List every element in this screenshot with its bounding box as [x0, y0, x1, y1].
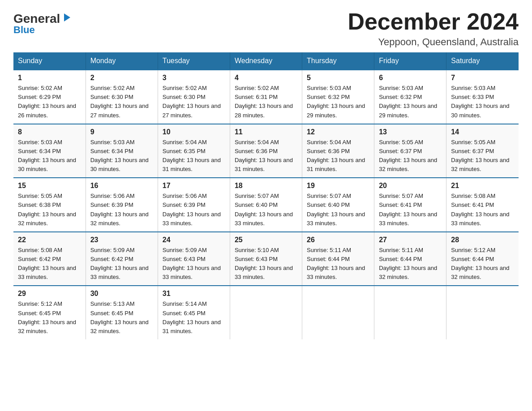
calendar-cell: 28 Sunrise: 5:12 AMSunset: 6:44 PMDaylig…	[446, 232, 519, 286]
logo-text-blue: Blue	[13, 24, 35, 36]
day-info: Sunrise: 5:02 AMSunset: 6:30 PMDaylight:…	[90, 85, 149, 118]
page-subtitle: Yeppoon, Queensland, Australia	[348, 36, 519, 48]
col-monday: Monday	[86, 52, 158, 70]
day-number: 4	[235, 74, 297, 82]
day-info: Sunrise: 5:11 AMSunset: 6:44 PMDaylight:…	[379, 247, 437, 280]
calendar-header-row: Sunday Monday Tuesday Wednesday Thursday…	[13, 52, 519, 70]
day-info: Sunrise: 5:02 AMSunset: 6:30 PMDaylight:…	[163, 85, 221, 118]
day-number: 1	[18, 74, 81, 82]
calendar-cell: 25 Sunrise: 5:10 AMSunset: 6:43 PMDaylig…	[230, 232, 302, 286]
day-info: Sunrise: 5:05 AMSunset: 6:38 PMDaylight:…	[18, 193, 76, 226]
calendar-cell: 22 Sunrise: 5:08 AMSunset: 6:42 PMDaylig…	[13, 232, 86, 286]
svg-marker-0	[64, 13, 70, 21]
day-number: 6	[379, 74, 442, 82]
calendar-cell: 8 Sunrise: 5:03 AMSunset: 6:34 PMDayligh…	[13, 124, 86, 178]
day-number: 31	[163, 290, 225, 298]
calendar-cell: 23 Sunrise: 5:09 AMSunset: 6:42 PMDaylig…	[86, 232, 158, 286]
calendar-cell: 29 Sunrise: 5:12 AMSunset: 6:45 PMDaylig…	[13, 286, 86, 339]
calendar-cell: 15 Sunrise: 5:05 AMSunset: 6:38 PMDaylig…	[13, 178, 86, 232]
day-number: 10	[163, 128, 225, 136]
calendar-cell: 11 Sunrise: 5:04 AMSunset: 6:36 PMDaylig…	[230, 124, 302, 178]
calendar-cell: 17 Sunrise: 5:06 AMSunset: 6:39 PMDaylig…	[158, 178, 230, 232]
col-sunday: Sunday	[13, 52, 86, 70]
day-info: Sunrise: 5:06 AMSunset: 6:39 PMDaylight:…	[163, 193, 221, 226]
calendar-cell: 18 Sunrise: 5:07 AMSunset: 6:40 PMDaylig…	[230, 178, 302, 232]
day-info: Sunrise: 5:03 AMSunset: 6:34 PMDaylight:…	[90, 139, 149, 172]
day-number: 22	[18, 236, 81, 244]
day-info: Sunrise: 5:07 AMSunset: 6:40 PMDaylight:…	[235, 193, 293, 226]
day-info: Sunrise: 5:06 AMSunset: 6:39 PMDaylight:…	[90, 193, 149, 226]
day-info: Sunrise: 5:13 AMSunset: 6:45 PMDaylight:…	[90, 300, 149, 334]
calendar-row: 8 Sunrise: 5:03 AMSunset: 6:34 PMDayligh…	[13, 124, 519, 178]
calendar-cell: 26 Sunrise: 5:11 AMSunset: 6:44 PMDaylig…	[302, 232, 374, 286]
title-block: December 2024 Yeppoon, Queensland, Austr…	[348, 9, 519, 48]
calendar-cell: 16 Sunrise: 5:06 AMSunset: 6:39 PMDaylig…	[86, 178, 158, 232]
col-tuesday: Tuesday	[158, 52, 230, 70]
calendar-cell: 2 Sunrise: 5:02 AMSunset: 6:30 PMDayligh…	[86, 70, 158, 124]
day-number: 24	[163, 236, 225, 244]
day-info: Sunrise: 5:04 AMSunset: 6:36 PMDaylight:…	[235, 139, 293, 172]
day-info: Sunrise: 5:03 AMSunset: 6:32 PMDaylight:…	[379, 85, 437, 118]
calendar-cell: 9 Sunrise: 5:03 AMSunset: 6:34 PMDayligh…	[86, 124, 158, 178]
day-number: 30	[90, 290, 153, 298]
day-info: Sunrise: 5:03 AMSunset: 6:34 PMDaylight:…	[18, 139, 76, 172]
day-number: 18	[235, 182, 297, 190]
calendar-cell: 13 Sunrise: 5:05 AMSunset: 6:37 PMDaylig…	[374, 124, 446, 178]
day-number: 16	[90, 182, 153, 190]
day-info: Sunrise: 5:05 AMSunset: 6:37 PMDaylight:…	[379, 139, 437, 172]
day-number: 29	[18, 290, 81, 298]
day-info: Sunrise: 5:10 AMSunset: 6:43 PMDaylight:…	[235, 247, 293, 280]
day-info: Sunrise: 5:07 AMSunset: 6:40 PMDaylight:…	[307, 193, 365, 226]
calendar-cell: 21 Sunrise: 5:08 AMSunset: 6:41 PMDaylig…	[446, 178, 519, 232]
day-info: Sunrise: 5:05 AMSunset: 6:37 PMDaylight:…	[451, 139, 509, 172]
day-info: Sunrise: 5:08 AMSunset: 6:41 PMDaylight:…	[451, 193, 509, 226]
calendar-cell: 31 Sunrise: 5:14 AMSunset: 6:45 PMDaylig…	[158, 286, 230, 339]
calendar-cell: 19 Sunrise: 5:07 AMSunset: 6:40 PMDaylig…	[302, 178, 374, 232]
calendar-row: 1 Sunrise: 5:02 AMSunset: 6:29 PMDayligh…	[13, 70, 519, 124]
day-number: 17	[163, 182, 225, 190]
calendar-cell: 14 Sunrise: 5:05 AMSunset: 6:37 PMDaylig…	[446, 124, 519, 178]
col-saturday: Saturday	[446, 52, 519, 70]
calendar-row: 15 Sunrise: 5:05 AMSunset: 6:38 PMDaylig…	[13, 178, 519, 232]
day-info: Sunrise: 5:04 AMSunset: 6:35 PMDaylight:…	[163, 139, 221, 172]
day-info: Sunrise: 5:09 AMSunset: 6:42 PMDaylight:…	[90, 247, 149, 280]
day-number: 26	[307, 236, 369, 244]
day-number: 9	[90, 128, 153, 136]
day-info: Sunrise: 5:02 AMSunset: 6:29 PMDaylight:…	[18, 85, 76, 118]
day-number: 25	[235, 236, 297, 244]
calendar-cell: 12 Sunrise: 5:04 AMSunset: 6:36 PMDaylig…	[302, 124, 374, 178]
calendar-body: 1 Sunrise: 5:02 AMSunset: 6:29 PMDayligh…	[13, 70, 519, 339]
calendar-cell: 10 Sunrise: 5:04 AMSunset: 6:35 PMDaylig…	[158, 124, 230, 178]
day-number: 8	[18, 128, 81, 136]
calendar-cell: 27 Sunrise: 5:11 AMSunset: 6:44 PMDaylig…	[374, 232, 446, 286]
calendar-cell: 4 Sunrise: 5:02 AMSunset: 6:31 PMDayligh…	[230, 70, 302, 124]
day-info: Sunrise: 5:12 AMSunset: 6:45 PMDaylight:…	[18, 300, 76, 334]
day-info: Sunrise: 5:11 AMSunset: 6:44 PMDaylight:…	[307, 247, 365, 280]
page-header: General Blue December 2024 Yeppoon, Quee…	[13, 9, 519, 48]
calendar-cell: 1 Sunrise: 5:02 AMSunset: 6:29 PMDayligh…	[13, 70, 86, 124]
calendar-cell: 7 Sunrise: 5:03 AMSunset: 6:33 PMDayligh…	[446, 70, 519, 124]
day-number: 27	[379, 236, 442, 244]
calendar-cell	[230, 286, 302, 339]
col-wednesday: Wednesday	[230, 52, 302, 70]
calendar-cell	[302, 286, 374, 339]
calendar-cell: 3 Sunrise: 5:02 AMSunset: 6:30 PMDayligh…	[158, 70, 230, 124]
day-number: 13	[379, 128, 442, 136]
day-info: Sunrise: 5:03 AMSunset: 6:33 PMDaylight:…	[451, 85, 509, 118]
day-number: 11	[235, 128, 297, 136]
calendar-cell: 6 Sunrise: 5:03 AMSunset: 6:32 PMDayligh…	[374, 70, 446, 124]
logo-text-general: General	[13, 13, 60, 25]
logo-icon	[60, 12, 72, 23]
day-number: 14	[451, 128, 514, 136]
calendar-table: Sunday Monday Tuesday Wednesday Thursday…	[13, 52, 519, 339]
day-info: Sunrise: 5:14 AMSunset: 6:45 PMDaylight:…	[163, 300, 221, 334]
day-number: 7	[451, 74, 514, 82]
day-number: 23	[90, 236, 153, 244]
day-info: Sunrise: 5:08 AMSunset: 6:42 PMDaylight:…	[18, 247, 76, 280]
calendar-cell	[374, 286, 446, 339]
day-number: 21	[451, 182, 514, 190]
day-number: 5	[307, 74, 369, 82]
day-number: 28	[451, 236, 514, 244]
calendar-cell: 5 Sunrise: 5:03 AMSunset: 6:32 PMDayligh…	[302, 70, 374, 124]
day-number: 2	[90, 74, 153, 82]
